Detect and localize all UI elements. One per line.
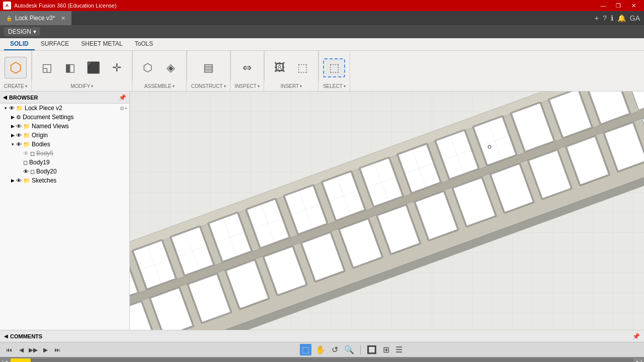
inspect-btn-1[interactable]: ⇔ <box>236 59 258 76</box>
modify-group-label[interactable]: MODIFY ▾ <box>70 82 93 89</box>
tab-bar-actions: + ? ℹ 🔔 GA <box>591 14 644 22</box>
tab-notify-button[interactable]: 🔔 <box>617 14 626 22</box>
construct-btn-1[interactable]: ▤ <box>197 59 219 76</box>
ribbon-group-modify: ◱ ◧ ⬛ ✛ MODIFY ▾ <box>32 51 132 91</box>
title-bar: A Autodesk Fusion 360 (Education License… <box>0 0 644 11</box>
construct-group-label[interactable]: CONSTRUCT ▾ <box>191 82 226 89</box>
root-expand-icon: ▾ <box>2 106 9 111</box>
create-label: CREATE <box>4 83 24 89</box>
timeline-back-button[interactable]: ⏮ <box>4 345 14 355</box>
minimize-button[interactable]: — <box>596 0 611 11</box>
tree-item-doc-settings[interactable]: ▶ ⚙ Document Settings <box>0 113 129 122</box>
comments-pin[interactable]: 📌 <box>632 333 640 340</box>
modify-btn-1[interactable]: ◱ <box>36 59 58 76</box>
ribbon-group-select: ⬚ SELECT ▾ <box>319 51 350 91</box>
select-icon-1: ⬚ <box>329 61 340 74</box>
tab-lock-icon: 🔒 <box>6 16 12 21</box>
sketches-eye-icon[interactable]: 👁 <box>16 177 22 184</box>
tab-tools[interactable]: ToOLS <box>129 38 159 50</box>
viewport[interactable]: TOP <box>130 92 644 330</box>
select-label: SELECT <box>323 83 343 89</box>
select-arrow: ▾ <box>344 84 346 88</box>
browser-collapse-button[interactable]: ◀ <box>3 95 7 100</box>
origin-eye-icon[interactable]: 👁 <box>16 132 22 138</box>
named-views-expand-icon: ▶ <box>9 124 16 129</box>
create-group-label[interactable]: CREATE ▾ <box>4 82 27 89</box>
viewport-grid-icon[interactable]: ⊞ <box>381 344 391 355</box>
tree-item-body5[interactable]: 👁 ◻ Body5 <box>0 149 129 158</box>
main-area: ◀ BROWSER 📌 ▾ 👁 📁 Lock Piece v2 ⚙ + ▶ ⚙ … <box>0 92 644 330</box>
body20-eye-icon[interactable]: 👁 <box>23 168 29 174</box>
timeline-next-button[interactable]: ▶▶ <box>28 345 38 355</box>
timeline-prev-button[interactable]: ◀ <box>16 345 26 355</box>
body19-expand <box>16 160 23 165</box>
root-label: Lock Piece v2 <box>25 105 120 112</box>
inspect-arrow: ▾ <box>258 84 260 88</box>
insert-icon-1: 🖼 <box>274 61 285 74</box>
origin-expand-icon: ▶ <box>9 133 16 138</box>
select-btn-1[interactable]: ⬚ <box>323 58 345 77</box>
select-group-label[interactable]: SELECT ▾ <box>323 82 346 89</box>
named-views-eye-icon[interactable]: 👁 <box>16 123 22 129</box>
root-settings-icon[interactable]: ⚙ <box>120 106 124 111</box>
insert-group-label[interactable]: INSERT ▾ <box>281 82 302 89</box>
root-visibility-icon[interactable]: 👁 <box>9 105 15 111</box>
construct-icon-1: ▤ <box>203 61 214 74</box>
tab-bar: 🔒 Lock Piece v3* ✕ + ? ℹ 🔔 GA <box>0 11 644 25</box>
assemble-btn-2[interactable]: ◈ <box>160 59 182 76</box>
tree-item-body20[interactable]: 👁 ◻ Body20 <box>0 167 129 176</box>
insert-btn-1[interactable]: 🖼 <box>269 59 291 76</box>
document-tab[interactable]: 🔒 Lock Piece v3* ✕ <box>0 11 72 25</box>
viewport-zoom-icon[interactable]: 🔍 <box>342 344 356 355</box>
viewport-more-icon[interactable]: ☰ <box>393 344 405 355</box>
viewport-display-mode-icon[interactable]: 🔲 <box>365 344 379 355</box>
insert-btn-2[interactable]: ⬚ <box>292 59 314 76</box>
body20-expand <box>16 169 23 174</box>
workspace-dropdown[interactable]: DESIGN ▾ <box>4 27 40 36</box>
modify-btn-4[interactable]: ✛ <box>106 59 128 76</box>
tree-item-origin[interactable]: ▶ 👁 📁 Origin <box>0 131 129 140</box>
tree-item-sketches[interactable]: ▶ 👁 📁 Sketches <box>0 176 129 185</box>
modify-btn-3[interactable]: ⬛ <box>83 59 105 76</box>
workspace-arrow: ▾ <box>33 28 36 35</box>
inspect-group-label[interactable]: INSPECT ▾ <box>235 82 260 89</box>
tab-close-button[interactable]: ✕ <box>61 15 65 22</box>
tab-help-button[interactable]: ? <box>603 14 607 22</box>
sketches-folder-icon: 📁 <box>23 177 30 184</box>
timeline-marker[interactable] <box>11 358 31 362</box>
tab-add-button[interactable]: + <box>595 14 599 22</box>
body5-eye-icon[interactable]: 👁 <box>23 150 29 156</box>
timeline-end-button[interactable]: ⏭ <box>52 345 62 355</box>
viewport-orbit-icon[interactable]: ↺ <box>330 344 340 355</box>
tree-item-body19[interactable]: ◻ Body19 <box>0 158 129 167</box>
timeline-track[interactable] <box>11 358 634 362</box>
bodies-eye-icon[interactable]: 👁 <box>16 141 22 147</box>
tree-root[interactable]: ▾ 👁 📁 Lock Piece v2 ⚙ + <box>0 104 129 113</box>
body19-shape-icon: ◻ <box>23 159 28 166</box>
ribbon-group-assemble: ⬡ ◈ ASSEMBLE ▾ <box>133 51 187 91</box>
root-add-icon[interactable]: + <box>124 106 127 111</box>
tab-info-button[interactable]: ℹ <box>611 14 613 22</box>
tree-item-named-views[interactable]: ▶ 👁 📁 Named Views <box>0 122 129 131</box>
assemble-label: ASSEMBLE <box>144 83 172 89</box>
comments-toggle[interactable]: ◀ <box>4 333 8 339</box>
assemble-group-label[interactable]: ASSEMBLE ▾ <box>144 82 175 89</box>
assemble-btn-1[interactable]: ⬡ <box>137 59 159 76</box>
tab-sheet-metal[interactable]: SHEET METAL <box>75 38 128 50</box>
close-button[interactable]: ✕ <box>626 0 641 11</box>
body20-shape-icon: ◻ <box>30 168 35 175</box>
tab-account-button[interactable]: GA <box>630 14 640 22</box>
restore-button[interactable]: ❐ <box>611 0 626 11</box>
viewport-pan-icon[interactable]: ✋ <box>313 344 328 355</box>
modify-btn-2[interactable]: ◧ <box>59 59 82 76</box>
modify-tools: ◱ ◧ ⬛ ✛ <box>36 53 128 82</box>
tab-surface[interactable]: SURFACE <box>35 38 75 50</box>
browser-pin-button[interactable]: 📌 <box>119 94 126 101</box>
timeline-play-button[interactable]: ▶ <box>40 345 50 355</box>
create-button[interactable]: ⬡ <box>5 57 27 78</box>
insert-arrow: ▾ <box>300 84 302 88</box>
viewport-select-icon[interactable]: ⬚ <box>300 344 311 355</box>
tree-item-bodies[interactable]: ▾ 👁 📁 Bodies <box>0 140 129 149</box>
timeline-bar: ⏮ ◀ ▶▶ ▶ ⏭ ⬚ ✋ ↺ 🔍 🔲 ⊞ ☰ <box>0 342 644 357</box>
tab-solid[interactable]: SOLID <box>4 38 35 50</box>
